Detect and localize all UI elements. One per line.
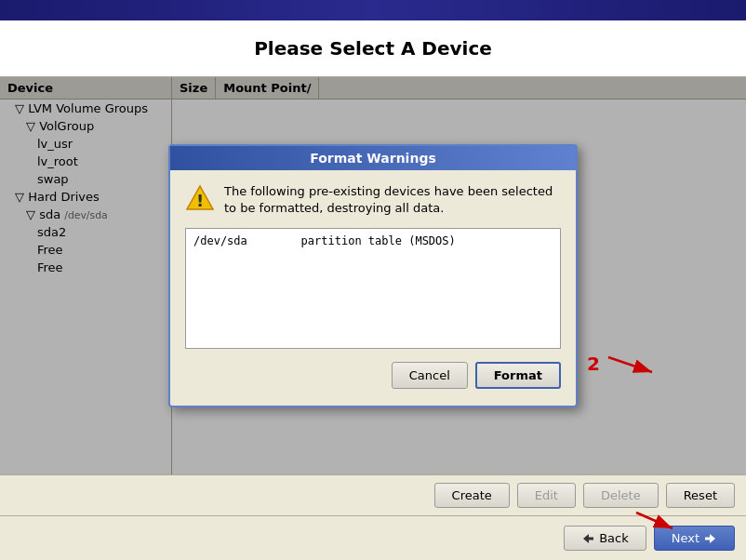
annotation-2: 2 — [587, 350, 659, 378]
main-window: Please Select A Device Device ▽ LVM Volu… — [0, 20, 746, 560]
next-label: Next — [672, 531, 699, 545]
nav-bar: Back Next — [0, 516, 746, 560]
svg-line-3 — [608, 357, 652, 372]
modal-list-item: /dev/sda partition table (MSDOS) — [193, 234, 553, 247]
modal-overlay: Format Warnings ! The following pre-exis… — [0, 77, 746, 474]
content-area: Device ▽ LVM Volume Groups ▽ VolGroup lv… — [0, 77, 746, 475]
modal-warning-row: ! The following pre-existing devices hav… — [185, 183, 561, 217]
edit-button[interactable]: Edit — [517, 483, 576, 508]
top-bar — [0, 0, 746, 20]
bottom-toolbar: Create Edit Delete Reset — [0, 475, 746, 516]
page-title: Please Select A Device — [254, 37, 492, 60]
cancel-button[interactable]: Cancel — [392, 362, 468, 389]
modal-body: ! The following pre-existing devices hav… — [170, 170, 576, 406]
svg-text:!: ! — [196, 191, 204, 210]
warning-icon: ! — [185, 183, 215, 213]
annotation-number: 2 — [587, 353, 600, 375]
format-warnings-modal: Format Warnings ! The following pre-exis… — [168, 144, 578, 407]
svg-rect-9 — [705, 537, 712, 540]
next-icon — [704, 532, 717, 545]
back-icon — [581, 532, 594, 545]
svg-rect-5 — [587, 537, 593, 540]
next-button[interactable]: Next — [654, 526, 735, 551]
modal-buttons: Cancel Format — [185, 362, 561, 393]
back-button[interactable]: Back — [564, 526, 646, 551]
reset-button[interactable]: Reset — [666, 483, 735, 508]
modal-list-box: /dev/sda partition table (MSDOS) — [185, 228, 561, 349]
annotation-arrow — [604, 350, 659, 378]
modal-title: Format Warnings — [170, 146, 576, 170]
warning-text: The following pre-existing devices have … — [224, 183, 561, 217]
page-title-area: Please Select A Device — [0, 20, 746, 77]
format-button[interactable]: Format — [475, 362, 561, 389]
back-label: Back — [599, 531, 629, 545]
delete-button[interactable]: Delete — [583, 483, 659, 508]
create-button[interactable]: Create — [434, 483, 510, 508]
